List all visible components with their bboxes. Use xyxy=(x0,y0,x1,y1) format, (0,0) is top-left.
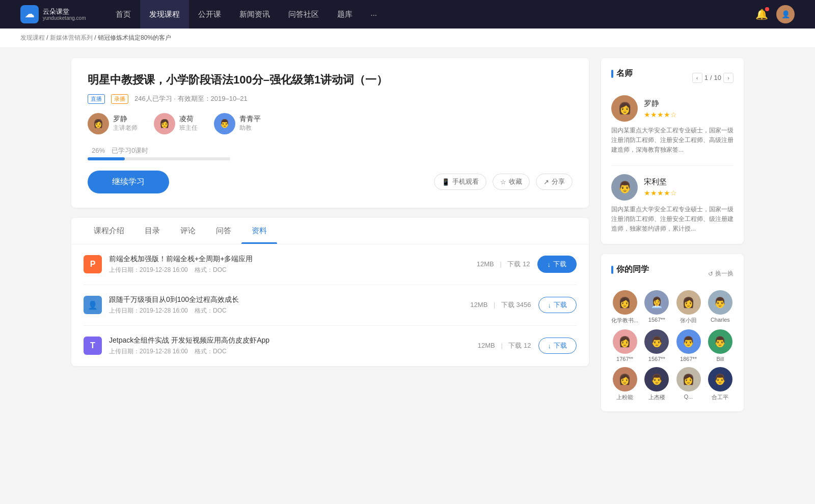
classmate-item-3: 👨 Charles xyxy=(707,290,734,324)
course-meta: 直播 录播 246人已学习 · 有效期至：2019–10–21 xyxy=(88,94,573,104)
classmates-sidebar-card: 你的同学 ↺ 换一换 👩 化学教书... 👩‍💼 1567** 👩 张小田 xyxy=(601,254,744,411)
tabs-header: 课程介绍 目录 评论 问答 资料 xyxy=(71,218,589,244)
resource-size-2: 12MB | 下载 12 xyxy=(478,341,531,350)
nav-item-news[interactable]: 新闻资讯 xyxy=(230,0,279,29)
badge-live: 直播 xyxy=(88,94,105,104)
collect-button[interactable]: ☆ 收藏 xyxy=(493,174,530,190)
download-button-2[interactable]: ↓ 下载 xyxy=(538,338,577,354)
teacher-role-1: 班主任 xyxy=(179,124,198,132)
teacher-info-1: 凌荷 班主任 xyxy=(179,115,198,132)
user-avatar[interactable]: 👤 xyxy=(776,5,795,23)
classmate-item-7: 👨 Bill xyxy=(707,329,734,362)
nav-item-home[interactable]: 首页 xyxy=(106,0,140,29)
classmates-grid: 👩 化学教书... 👩‍💼 1567** 👩 张小田 👨 Charles 👩 xyxy=(611,290,734,401)
teacher-prev-button[interactable]: ‹ xyxy=(692,73,702,83)
classmate-name-9: 上杰楼 xyxy=(648,394,665,401)
resource-name-0: 前端全栈加强版！前端全栈+全周期+多端应用 xyxy=(109,255,470,264)
classmate-item-1: 👩‍💼 1567** xyxy=(643,290,670,324)
main-content: 明星中教授课，小学阶段语法100分–强化级第1讲动词（一） 直播 录播 246人… xyxy=(51,48,764,432)
tab-resource[interactable]: 资料 xyxy=(241,218,277,244)
sidebar-teacher-1: 👨 宋利坚 ★★★★☆ 国内某重点大学安全工程专业硕士，国家一级注册消防工程师、… xyxy=(611,174,734,234)
nav-item-discover[interactable]: 发现课程 xyxy=(140,0,189,29)
progress-bar-fill xyxy=(88,157,125,160)
teachers-sidebar-title: 名师 xyxy=(611,68,633,79)
refresh-button[interactable]: ↺ 换一换 xyxy=(708,269,734,278)
classmate-avatar-0: 👩 xyxy=(613,290,637,315)
resource-icon-0: P xyxy=(84,255,102,273)
sidebar-teacher-name-0: 罗静 xyxy=(644,99,677,108)
nav-item-qa[interactable]: 问答社区 xyxy=(279,0,328,29)
teacher-name-2: 青青平 xyxy=(239,115,261,124)
teacher-page-total: 10 xyxy=(714,74,721,81)
phone-icon: 📱 xyxy=(442,178,450,186)
tabs-card: 课程介绍 目录 评论 问答 资料 P 前端全栈加强版！前端全栈+全周期+多端应用… xyxy=(71,218,589,366)
classmate-item-5: 👨 1567** xyxy=(643,329,670,362)
tab-qa[interactable]: 问答 xyxy=(206,218,241,244)
classmate-name-10: Q... xyxy=(684,394,693,400)
tab-intro[interactable]: 课程介绍 xyxy=(84,218,134,244)
classmate-name-2: 张小田 xyxy=(680,317,697,324)
share-button[interactable]: ↗ 分享 xyxy=(536,174,573,190)
tab-catalog[interactable]: 目录 xyxy=(134,218,170,244)
teacher-info-0: 罗静 主讲老师 xyxy=(113,115,138,132)
badge-record: 录播 xyxy=(111,94,128,104)
breadcrumb-series[interactable]: 新媒体营销系列 xyxy=(50,34,93,41)
nav-item-quiz[interactable]: 题库 xyxy=(328,0,362,29)
resource-info-1: 跟随千万级项目从0到100全过程高效成长 上传日期：2019-12-28 16:… xyxy=(109,295,463,315)
teachers-sidebar-card: 名师 ‹ 1 / 10 › 👩 罗静 ★★★★☆ xyxy=(601,58,744,244)
logo-icon: ☁ xyxy=(20,5,39,23)
teacher-pagination: ‹ 1 / 10 › xyxy=(692,73,734,83)
sidebar-teacher-stars-1: ★★★★☆ xyxy=(644,189,677,197)
sidebar-teacher-desc-1: 国内某重点大学安全工程专业硕士，国家一级注册消防工程师、注册安全工程师、级注册建… xyxy=(611,205,734,234)
nav-item-public[interactable]: 公开课 xyxy=(189,0,230,29)
sidebar-teacher-avatar-1: 👨 xyxy=(611,174,638,201)
classmate-avatar-1: 👩‍💼 xyxy=(644,290,669,315)
resource-meta-0: 上传日期：2019-12-28 16:00 格式：DOC xyxy=(109,266,470,274)
classmate-avatar-10: 👩 xyxy=(676,367,701,391)
resource-name-1: 跟随千万级项目从0到100全过程高效成长 xyxy=(109,295,463,304)
resource-list: P 前端全栈加强版！前端全栈+全周期+多端应用 上传日期：2019-12-28 … xyxy=(71,244,589,366)
course-actions: 继续学习 📱 手机观看 ☆ 收藏 ↗ 分享 xyxy=(88,171,573,193)
classmate-name-0: 化学教书... xyxy=(611,317,638,324)
logo[interactable]: ☁ 云朵课堂 yunduoketang.com xyxy=(20,5,86,23)
nav-item-more[interactable]: ··· xyxy=(362,0,387,29)
classmate-avatar-3: 👨 xyxy=(708,290,732,315)
teacher-avatar-0: 👩 xyxy=(88,113,109,134)
progress-bar-background xyxy=(88,157,230,160)
continue-button[interactable]: 继续学习 xyxy=(88,171,169,193)
classmate-avatar-7: 👨 xyxy=(708,329,732,354)
classmate-item-4: 👩 1767** xyxy=(611,329,638,362)
notification-bell[interactable]: 🔔 xyxy=(755,8,768,20)
teachers-sidebar-header: 名师 ‹ 1 / 10 › xyxy=(611,68,734,87)
download-button-0[interactable]: ↓ 下载 xyxy=(537,256,577,273)
phone-view-button[interactable]: 📱 手机观看 xyxy=(434,174,486,190)
classmate-item-8: 👩 上粉能 xyxy=(611,367,638,401)
download-icon-0: ↓ xyxy=(548,261,551,268)
classmate-item-9: 👨 上杰楼 xyxy=(643,367,670,401)
teacher-item-1: 👩 凌荷 班主任 xyxy=(154,113,198,134)
classmate-name-11: 合工平 xyxy=(712,394,728,401)
teacher-divider xyxy=(611,165,734,166)
teacher-next-button[interactable]: › xyxy=(723,73,734,83)
breadcrumb-discover[interactable]: 发现课程 xyxy=(20,34,45,41)
classmate-avatar-9: 👨 xyxy=(644,367,669,391)
teacher-page-current: 1 xyxy=(704,74,708,81)
classmate-item-6: 👨 1867** xyxy=(675,329,701,362)
navigation: ☁ 云朵课堂 yunduoketang.com 首页 发现课程 公开课 新闻资讯… xyxy=(0,0,815,29)
tab-review[interactable]: 评论 xyxy=(170,218,206,244)
classmate-avatar-2: 👩 xyxy=(676,290,701,315)
classmate-avatar-11: 👨 xyxy=(708,367,732,391)
nav-right: 🔔 👤 xyxy=(755,5,795,23)
resource-icon-1: 👤 xyxy=(84,296,102,314)
download-button-1[interactable]: ↓ 下载 xyxy=(538,297,577,313)
sidebar-teacher-avatar-0: 👩 xyxy=(611,95,638,122)
breadcrumb: 发现课程 / 新媒体营销系列 / 销冠修炼术搞定80%的客户 xyxy=(0,29,815,48)
classmates-title: 你的同学 xyxy=(611,264,649,275)
progress-label: 已学习0课时 xyxy=(112,147,148,154)
nav-items: 首页 发现课程 公开课 新闻资讯 问答社区 题库 ··· xyxy=(106,0,755,29)
classmate-name-7: Bill xyxy=(717,356,724,362)
classmate-name-4: 1767** xyxy=(616,356,633,362)
classmate-avatar-5: 👨 xyxy=(644,329,669,354)
course-meta-text: 246人已学习 · 有效期至：2019–10–21 xyxy=(134,94,248,103)
classmate-avatar-8: 👩 xyxy=(613,367,637,391)
